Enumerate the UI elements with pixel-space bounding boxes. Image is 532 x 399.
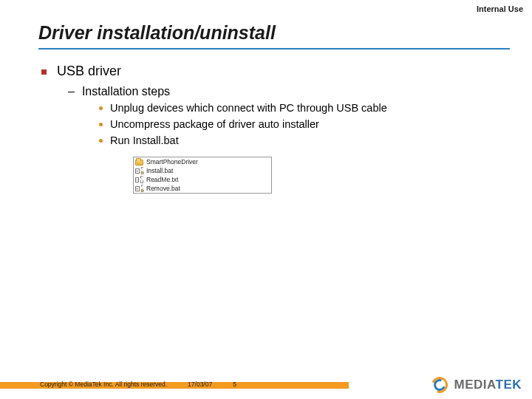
- text-file-icon: –: [135, 176, 143, 183]
- file-name: SmartPhoneDriver: [146, 158, 198, 166]
- folder-icon: [135, 160, 143, 166]
- content-block: USB driver – Installation steps Unplug d…: [41, 64, 502, 147]
- bullet-level1: USB driver: [41, 64, 502, 80]
- file-name: Install.bat: [146, 167, 173, 174]
- lvl1-text: USB driver: [57, 64, 121, 80]
- title-block: Driver installation/uninstall: [38, 22, 510, 50]
- file-name: ReadMe.txt: [146, 176, 178, 183]
- mediatek-logo: MEDIATEK: [432, 377, 522, 393]
- bullet-level2: – Installation steps: [68, 84, 502, 98]
- dash-bullet-icon: –: [68, 84, 75, 98]
- footer-date: 17/03/07: [188, 381, 212, 388]
- logo-word1: MEDIA: [454, 378, 495, 392]
- slide: Internal Use Driver installation/uninsta…: [0, 0, 532, 399]
- slide-title: Driver installation/uninstall: [38, 22, 510, 44]
- file-row-batch: + Install.bat: [134, 166, 271, 175]
- classification-label: Internal Use: [477, 4, 523, 13]
- lvl3-text-0: Unplug devices which connect with PC thr…: [110, 101, 387, 115]
- bullet-level3: Uncompress package of driver auto instal…: [99, 117, 502, 131]
- footer: Copyright © MediaTek Inc. All rights res…: [0, 377, 532, 399]
- batch-file-icon: +: [135, 185, 143, 192]
- file-row-text: – ReadMe.txt: [134, 175, 271, 184]
- file-list: SmartPhoneDriver + Install.bat – ReadMe.…: [133, 157, 272, 194]
- file-row-batch: + Remove.bat: [134, 184, 271, 193]
- page-number: 5: [233, 381, 236, 388]
- lvl3-text-2: Run Install.bat: [110, 134, 179, 147]
- lvl3-text-1: Uncompress package of driver auto instal…: [110, 117, 319, 131]
- batch-file-icon: +: [135, 167, 143, 174]
- logo-wordmark: MEDIATEK: [454, 378, 522, 392]
- title-underline: [38, 48, 510, 50]
- logo-word2: TEK: [496, 378, 522, 392]
- dot-bullet-icon: [99, 123, 103, 126]
- bullet-level3: Unplug devices which connect with PC thr…: [99, 101, 502, 115]
- dot-bullet-icon: [99, 106, 103, 110]
- file-name: Remove.bat: [146, 185, 180, 192]
- lvl2-text: Installation steps: [82, 84, 170, 98]
- bullet-level3: Run Install.bat: [99, 134, 502, 147]
- logo-mark-icon: [432, 377, 448, 393]
- dot-bullet-icon: [99, 139, 103, 143]
- file-row-folder: SmartPhoneDriver: [134, 157, 271, 166]
- footer-text: Copyright © MediaTek Inc. All rights res…: [40, 381, 236, 388]
- square-bullet-icon: [41, 69, 47, 75]
- copyright-text: Copyright © MediaTek Inc. All rights res…: [40, 381, 167, 388]
